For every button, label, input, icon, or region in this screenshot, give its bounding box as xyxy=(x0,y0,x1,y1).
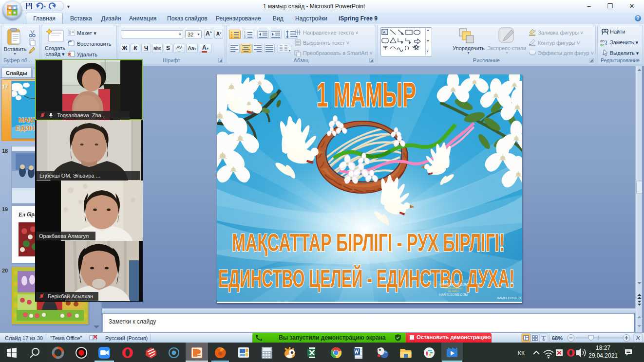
svg-text:МАҚСАТТАР БІРЛІГІ - РУХ БІРЛІГ: МАҚСАТТАР БІРЛІГІ - РУХ БІРЛІГІ! xyxy=(232,229,505,256)
svg-text:HAMELEONS.COM: HAMELEONS.COM xyxy=(497,296,522,300)
svg-text:A: A xyxy=(383,30,386,35)
svg-text:3: 3 xyxy=(244,36,246,38)
svg-text:ЕДИНСТВО ЦЕЛЕЙ - ЕДИНСТВО ДУХА: ЕДИНСТВО ЦЕЛЕЙ - ЕДИНСТВО ДУХА! xyxy=(218,265,514,292)
svg-text:1 МАМЫР: 1 МАМЫР xyxy=(317,75,416,114)
svg-text:на сайте: на сайте xyxy=(448,290,459,292)
svg-text:ac: ac xyxy=(600,43,604,47)
svg-text:29.04.2021: 29.04.2021 xyxy=(588,352,618,359)
svg-text:18:27: 18:27 xyxy=(596,344,610,351)
svg-text:HAMELEONS.COM: HAMELEONS.COM xyxy=(439,283,468,286)
svg-text:HAMELEONS.COM: HAMELEONS.COM xyxy=(439,293,468,296)
svg-text:КК: КК xyxy=(518,350,525,357)
